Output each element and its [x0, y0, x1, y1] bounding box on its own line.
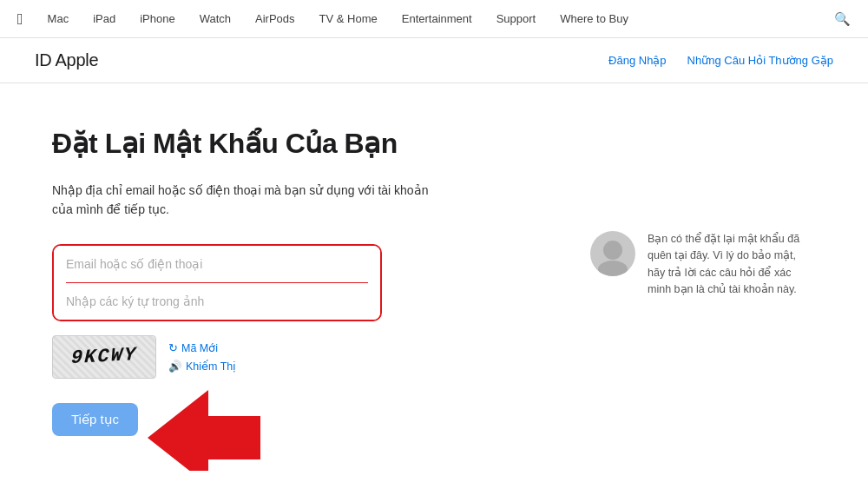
nav-item-mac[interactable]: Mac — [48, 12, 69, 25]
accessibility-captcha-button[interactable]: 🔊 Khiếm Thị — [168, 360, 236, 373]
captcha-actions: ↻ Mã Mới 🔊 Khiếm Thị — [168, 341, 236, 373]
info-text: Bạn có thể đặt lại mật khẩu đã quên tại … — [648, 231, 816, 299]
nav-item-where-to-buy[interactable]: Where to Buy — [560, 12, 628, 25]
sub-nav: ID Apple Đăng Nhập Những Câu Hỏi Thường … — [0, 38, 868, 83]
info-section: Bạn có thể đặt lại mật khẩu đã quên tại … — [590, 127, 816, 436]
arrow-indicator — [148, 390, 260, 471]
apple-logo-icon[interactable]:  — [17, 11, 23, 27]
captcha-image: 9KCWY — [52, 335, 156, 379]
captcha-input[interactable] — [54, 283, 380, 320]
svg-marker-0 — [148, 390, 260, 471]
form-box — [52, 244, 382, 321]
description-text: Nhập địa chỉ email hoặc số điện thoại mà… — [52, 181, 434, 220]
nav-item-ipad[interactable]: iPad — [93, 12, 115, 25]
refresh-icon: ↻ — [168, 341, 178, 354]
svg-point-1 — [603, 241, 622, 260]
svg-point-2 — [598, 261, 628, 276]
search-icon[interactable]: 🔍 — [834, 11, 851, 27]
nav-item-entertainment[interactable]: Entertainment — [402, 12, 472, 25]
red-arrow-icon — [148, 390, 260, 471]
avatar — [590, 231, 635, 276]
sub-nav-links: Đăng Nhập Những Câu Hỏi Thường Gặp — [608, 54, 833, 67]
login-link[interactable]: Đăng Nhập — [608, 54, 667, 67]
main-content: Đặt Lại Mật Khẩu Của Bạn Nhập địa chỉ em… — [17, 83, 851, 471]
faq-link[interactable]: Những Câu Hỏi Thường Gặp — [687, 54, 833, 67]
nav-item-tv-home[interactable]: TV & Home — [319, 12, 378, 25]
page-title: Đặt Lại Mật Khẩu Của Bạn — [52, 127, 556, 160]
form-section: Đặt Lại Mật Khẩu Của Bạn Nhập địa chỉ em… — [52, 127, 556, 436]
top-nav:  Mac iPad iPhone Watch AirPods TV & Hom… — [0, 0, 868, 38]
captcha-row: 9KCWY ↻ Mã Mới 🔊 Khiếm Thị — [52, 335, 451, 379]
nav-item-iphone[interactable]: iPhone — [140, 12, 174, 25]
button-area: Tiếp tục — [52, 403, 138, 436]
user-avatar-icon — [590, 231, 635, 276]
continue-button[interactable]: Tiếp tục — [52, 403, 138, 436]
apple-id-logo: ID Apple — [35, 50, 98, 70]
nav-item-airpods[interactable]: AirPods — [255, 12, 295, 25]
email-phone-input[interactable] — [54, 246, 380, 282]
nav-item-support[interactable]: Support — [496, 12, 536, 25]
nav-item-watch[interactable]: Watch — [200, 12, 231, 25]
speaker-icon: 🔊 — [168, 360, 182, 373]
new-captcha-button[interactable]: ↻ Mã Mới — [168, 341, 236, 354]
info-inner: Bạn có thể đặt lại mật khẩu đã quên tại … — [590, 231, 816, 299]
